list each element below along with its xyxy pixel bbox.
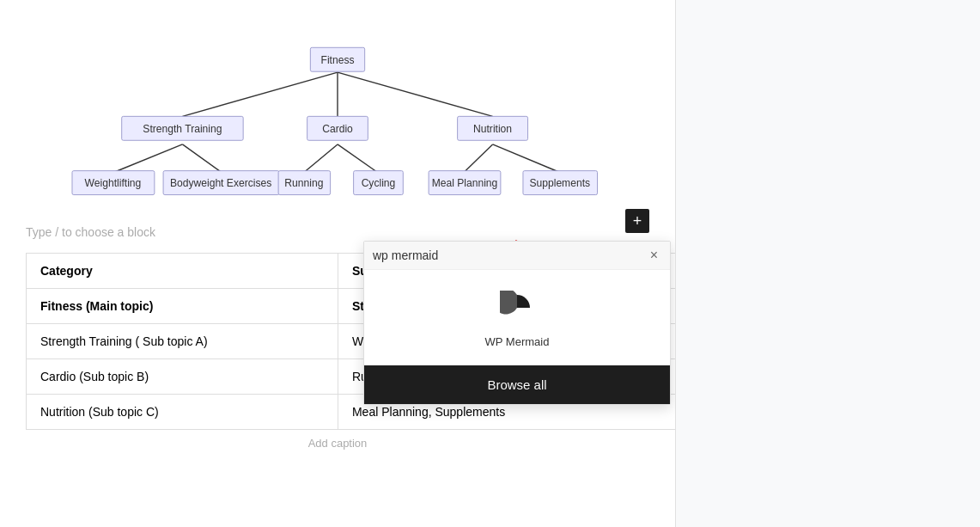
wp-mermaid-icon: [496, 287, 538, 328]
table-cell: Fitness (Main topic): [27, 289, 338, 324]
svg-text:Bodyweight Exercises: Bodyweight Exercises: [170, 177, 271, 189]
table-cell: Cardio (Sub topic B): [27, 359, 338, 395]
block-hint: Type / to choose a block: [26, 222, 649, 242]
tree-svg: Fitness Strength Training Cardio Nutriti…: [26, 26, 649, 215]
svg-line-2: [338, 72, 493, 116]
svg-line-0: [182, 72, 338, 116]
svg-text:Nutrition: Nutrition: [473, 123, 512, 135]
svg-line-3: [113, 144, 182, 173]
svg-text:Supplements: Supplements: [529, 177, 590, 189]
block-search-input[interactable]: wp mermaid: [373, 248, 647, 262]
svg-text:Meal Planning: Meal Planning: [432, 177, 498, 189]
svg-text:Cycling: Cycling: [362, 177, 396, 189]
col-header-category: Category: [27, 254, 338, 289]
svg-line-5: [304, 144, 338, 173]
block-inserter-search-bar: wp mermaid ×: [364, 242, 670, 270]
svg-line-8: [493, 144, 560, 173]
svg-text:Running: Running: [284, 177, 323, 189]
table-cell: Strength Training ( Sub topic A): [27, 324, 338, 359]
block-inserter-popup: wp mermaid × WP Mermaid Browse all: [363, 241, 671, 405]
browse-all-button[interactable]: Browse all: [364, 365, 670, 404]
block-inserter-content: WP Mermaid: [364, 270, 670, 362]
close-inserter-button[interactable]: ×: [647, 248, 661, 262]
svg-line-7: [464, 144, 493, 173]
svg-text:Strength Training: Strength Training: [143, 123, 222, 135]
svg-line-6: [338, 144, 378, 173]
svg-text:Cardio: Cardio: [322, 123, 353, 135]
table-cell: Nutrition (Sub topic C): [27, 395, 338, 430]
svg-text:Fitness: Fitness: [321, 54, 355, 66]
add-block-button[interactable]: +: [625, 209, 649, 233]
svg-text:Weightlifting: Weightlifting: [85, 177, 142, 189]
right-sidebar: [675, 0, 980, 527]
tree-diagram: Fitness Strength Training Cardio Nutriti…: [26, 17, 649, 215]
block-name-label: WP Mermaid: [485, 335, 550, 348]
main-content: Fitness Strength Training Cardio Nutriti…: [0, 0, 675, 527]
svg-line-4: [182, 144, 222, 173]
table-caption: Add caption: [26, 437, 649, 450]
